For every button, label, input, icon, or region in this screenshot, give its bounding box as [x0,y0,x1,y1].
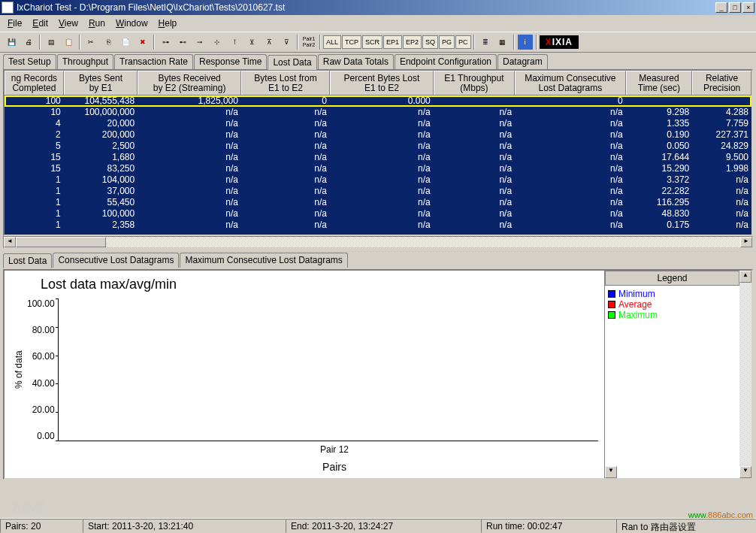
table-cell: n/a [138,129,241,141]
legend-title: Legend [605,271,739,286]
pair1-icon[interactable]: ⊶ [157,34,174,50]
table-cell: n/a [434,118,515,129]
grid-hscroll[interactable]: ◄ ► [3,236,753,248]
tab-lost-data[interactable]: Lost Data [268,55,316,70]
table-cell: 100 [5,95,64,107]
column-header[interactable]: Bytes Sentby E1 [64,71,138,95]
lower-tab-maximum-consecutive-lost-datagrams[interactable]: Maximum Consecutive Lost Datagrams [180,253,347,268]
toolbar-pc-button[interactable]: PC [455,35,471,49]
table-row[interactable]: 155,450n/an/an/an/an/a116.295n/a [5,197,751,208]
toolbar-ep1-button[interactable]: EP1 [383,35,402,49]
column-header[interactable]: RelativePrecision [692,71,751,95]
tab-throughput[interactable]: Throughput [57,54,113,69]
table-cell: n/a [138,197,241,208]
pair5-icon[interactable]: ⊺ [226,34,243,50]
menu-window[interactable]: Window [111,17,153,30]
toolbar-all-button[interactable]: ALL [323,35,341,49]
table-cell: n/a [515,118,626,129]
export-icon[interactable]: ▤ [43,34,59,50]
table-row[interactable]: 12,358n/an/an/an/an/a0.175n/a [5,220,751,231]
toolbar-ep2-button[interactable]: EP2 [403,35,422,49]
legend-label: Average [618,299,652,310]
pair4-icon[interactable]: ⊹ [209,34,225,50]
menu-view[interactable]: View [54,17,83,30]
column-header[interactable]: Maximum ConsecutiveLost Datagrams [515,71,626,95]
menu-edit[interactable]: Edit [28,17,53,30]
minimize-button[interactable]: _ [715,2,727,13]
ytick-label: 20.00 [27,404,55,415]
column-header[interactable]: MeasuredTime (sec) [626,71,693,95]
table-cell: 3.372 [626,174,693,186]
ytick-label: 40.00 [27,378,55,389]
menu-file[interactable]: File [3,17,26,30]
table-row[interactable]: 100104,555,4381,825,00000.0000 [5,95,751,107]
pair2-icon[interactable]: ⊷ [174,34,191,50]
table-cell: 1 [5,197,64,208]
delete-icon[interactable]: ✖ [135,34,151,50]
toolbar-pg-button[interactable]: PG [439,35,455,49]
table-row[interactable]: 1100,000n/an/an/an/an/a48.830n/a [5,208,751,220]
list-icon[interactable]: ≣ [477,34,494,50]
tab-test-setup[interactable]: Test Setup [3,54,56,69]
table-cell: n/a [330,163,434,174]
tab-datagram[interactable]: Datagram [497,54,548,69]
table-row[interactable]: 137,000n/an/an/an/an/a22.282n/a [5,186,751,197]
menu-run[interactable]: Run [84,17,110,30]
table-row[interactable]: 2200,000n/an/an/an/an/a0.190227.371 [5,129,751,141]
table-cell: 10 [5,107,64,118]
window-title: IxChariot Test - D:\Program Files\NetIQ\… [17,2,715,13]
pair7-icon[interactable]: ⊼ [261,34,277,50]
toolbar-sq-button[interactable]: SQ [422,35,438,49]
table-cell: 37,000 [64,186,138,197]
menu-help[interactable]: Help [154,17,182,30]
grid-body[interactable]: 100104,555,4381,825,00000.000010100,000,… [5,95,751,235]
maximize-button[interactable]: □ [729,2,741,13]
table-row[interactable]: 52,500n/an/an/an/an/a0.05024.829 [5,141,751,152]
table-row[interactable]: 151,680n/an/an/an/an/a17.6449.500 [5,152,751,163]
scroll-right-icon[interactable]: ► [740,237,752,247]
paste-icon[interactable]: 📄 [117,34,134,50]
table-row[interactable]: 1104,000n/an/an/an/an/a3.372n/a [5,174,751,186]
column-header[interactable]: ng RecordsCompleted [5,71,64,95]
lower-tab-consecutive-lost-datagrams[interactable]: Consecutive Lost Datagrams [53,253,179,268]
toolbar-tcp-button[interactable]: TCP [342,35,361,49]
pair6-icon[interactable]: ⊻ [243,34,260,50]
tab-endpoint-configuration[interactable]: Endpoint Configuration [395,54,497,69]
close-button[interactable]: × [742,2,754,13]
copy2-icon[interactable]: ⎘ [100,34,116,50]
cut-icon[interactable]: ✂ [83,34,99,50]
print-icon[interactable]: 🖨 [20,34,37,50]
tab-transaction-rate[interactable]: Transaction Rate [114,54,193,69]
toolbar-scr-button[interactable]: SCR [362,35,383,49]
pair3-icon[interactable]: ⊸ [192,34,208,50]
watermark-right: www.886abc.com [688,510,753,519]
info-icon[interactable]: i [517,34,534,50]
column-header[interactable]: E1 Throughput(Mbps) [434,71,515,95]
scroll-left-icon[interactable]: ◄ [4,237,16,247]
column-header[interactable]: Percent Bytes LostE1 to E2 [330,71,434,95]
scroll-up-icon[interactable]: ▲ [739,271,751,283]
pair8-icon[interactable]: ⊽ [278,34,295,50]
pairinfo-icon[interactable]: Pair1Pair2 [301,34,317,50]
copy-icon[interactable]: 📋 [60,34,77,50]
table-cell: n/a [434,220,515,231]
tab-response-time[interactable]: Response Time [194,54,267,69]
save-icon[interactable]: 💾 [3,34,20,50]
tab-raw-data-totals[interactable]: Raw Data Totals [318,54,394,69]
legend-item: Average [608,299,736,310]
scroll-down-icon[interactable]: ▼ [739,466,751,478]
column-header[interactable]: Bytes Lost fromE1 to E2 [241,71,330,95]
table-cell: 227.371 [692,129,751,141]
table-row[interactable]: 10100,000,000n/an/an/an/an/a9.2984.288 [5,107,751,118]
table-cell: 100,000,000 [64,107,138,118]
table-row[interactable]: 420,000n/an/an/an/an/a1.3357.759 [5,118,751,129]
table-row[interactable]: 1583,250n/an/an/an/an/a15.2901.998 [5,163,751,174]
lower-tab-lost-data[interactable]: Lost Data [3,253,52,268]
chart-vscroll[interactable]: ▲ ▼ [739,271,751,478]
table-cell: n/a [241,129,330,141]
legend-scroll-down-icon[interactable]: ▼ [605,466,617,478]
column-header[interactable]: Bytes Receivedby E2 (Streaming) [138,71,241,95]
scroll-thumb[interactable] [16,237,106,247]
grid-icon[interactable]: ▦ [494,34,511,50]
table-cell: n/a [515,107,626,118]
